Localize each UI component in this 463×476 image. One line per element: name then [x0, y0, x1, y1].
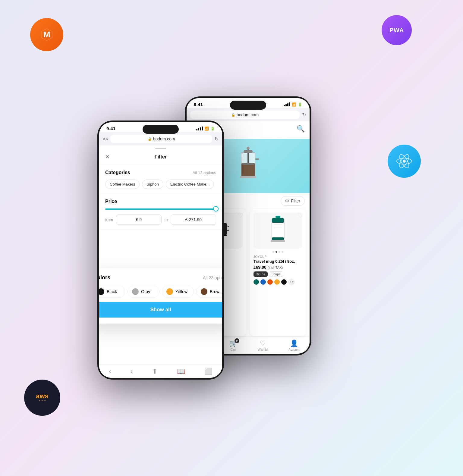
share-icon: ⬆ [152, 368, 157, 375]
front-browser-bar[interactable]: AA 🔒 bodum.com ↻ [99, 132, 222, 146]
account-nav-icon: 👤 [290, 340, 298, 347]
brown-circle [201, 288, 207, 295]
front-status-icons: 📶 🔋 [196, 127, 215, 131]
react-icon [395, 152, 413, 170]
svg-rect-6 [241, 163, 255, 177]
price-note: (incl. TAX) [268, 266, 283, 269]
product-name-right: Travel mug 0.25l / 8oz, [254, 259, 302, 264]
front-signal-icon [196, 127, 203, 130]
product-price: £69.00 (incl. TAX) [254, 265, 302, 270]
to-label: to [165, 218, 168, 222]
front-refresh-icon[interactable]: ↻ [215, 136, 219, 142]
front-time: 9:41 [106, 126, 115, 131]
browser-aa: AA [103, 137, 108, 141]
phone-front-screen: 9:41 📶 🔋 AA [99, 122, 222, 378]
svg-text:M: M [43, 30, 50, 39]
tabs-icon: ⬜ [204, 368, 213, 375]
filter-button[interactable]: ⚙ Filter [281, 196, 305, 206]
chip-siphon[interactable]: Siphon [142, 180, 163, 189]
product-image-right [254, 212, 302, 249]
nav-back[interactable]: ‹ [109, 368, 111, 375]
slider-thumb[interactable] [213, 206, 219, 211]
back-url-bar[interactable]: 🔒 bodum.com [190, 111, 300, 119]
lock-icon: 🔒 [231, 113, 235, 117]
react-badge [388, 145, 421, 178]
chip-coffee-makers[interactable]: Coffee Makers [105, 180, 140, 189]
svg-rect-27 [276, 216, 280, 218]
color-teal[interactable] [254, 279, 259, 285]
aws-badge: aws ⌒⌒⌒ [24, 380, 60, 416]
size-3cups[interactable]: 3cups [254, 271, 268, 277]
product-brand-right: JOYCUP [254, 255, 302, 258]
price-section: Price from £ 9 to [99, 194, 222, 230]
nav-cart[interactable]: 🛒 0 Cart [229, 340, 238, 351]
front-phone-content: 9:41 📶 🔋 AA [99, 122, 222, 378]
swatch-yellow[interactable]: Yellow [162, 286, 194, 298]
slider-fill [105, 208, 216, 210]
cart-badge: 0 [235, 338, 239, 343]
color-blue[interactable] [260, 279, 266, 285]
chip-electric[interactable]: Electric Coffee Make... [166, 180, 214, 189]
nav-wishlist[interactable]: ♡ Wishlist [258, 340, 268, 351]
filter-modal: ✕ Filter Categories All 12 options Coffe… [99, 146, 222, 364]
back-refresh-icon[interactable]: ↻ [302, 112, 306, 118]
nav-bookmarks[interactable]: 📖 [177, 368, 185, 375]
svg-rect-8 [242, 163, 254, 165]
travel-mug-image [266, 215, 290, 246]
nav-forward[interactable]: › [131, 368, 133, 375]
color-black[interactable] [281, 279, 287, 285]
color-swatches: Black Gray Yellow Brow... [99, 286, 222, 298]
gray-label: Gray [141, 289, 150, 294]
french-press-image [235, 146, 262, 186]
wishlist-icon-right[interactable]: ♡ [298, 212, 303, 219]
back-browser-bar[interactable]: 🔒 bodum.com ↻ [187, 108, 310, 121]
colors-all-options: All 23 options [203, 275, 222, 280]
filter-header: ✕ Filter [99, 149, 222, 165]
back-url-text: bodum.com [237, 112, 259, 117]
colors-card: Colors All 23 options Black Gray [99, 268, 222, 324]
forward-icon: › [131, 368, 133, 375]
svg-rect-22 [272, 218, 284, 223]
front-url-bar[interactable]: 🔒 bodum.com [110, 135, 212, 143]
categories-header: Categories All 12 options [105, 170, 216, 175]
color-yellow[interactable] [274, 279, 280, 285]
filter-icon: ⚙ [285, 199, 289, 203]
cart-nav-label: Cart [231, 348, 236, 351]
categories-label: Categories [105, 170, 130, 175]
phone-front: 9:41 📶 🔋 AA [97, 121, 224, 380]
cart-icon: 🛒 0 [229, 340, 238, 347]
search-icon[interactable]: 🔍 [297, 125, 305, 133]
svg-rect-11 [255, 158, 259, 160]
show-all-button[interactable]: Show all [99, 302, 222, 318]
price-value: £69.00 [254, 265, 266, 270]
front-bottom-nav: ‹ › ⬆ 📖 ⬜ [99, 364, 222, 378]
color-orange[interactable] [267, 279, 273, 285]
svg-rect-28 [273, 224, 282, 225]
front-lock-icon: 🔒 [148, 137, 152, 141]
swatch-black[interactable]: Black [99, 286, 125, 298]
wishlist-nav-icon: ♡ [260, 340, 266, 347]
size-8cups[interactable]: 8cups [269, 271, 283, 277]
nav-share[interactable]: ⬆ [152, 368, 157, 375]
nav-account[interactable]: 👤 Account [288, 340, 299, 351]
price-from-value: £ 9 [136, 217, 142, 222]
back-status-icons: 📶 🔋 [284, 102, 302, 107]
svg-rect-12 [240, 176, 256, 178]
close-button[interactable]: ✕ [105, 154, 110, 160]
wishlist-icon-left[interactable]: ♡ [238, 212, 243, 219]
front-wifi-icon: 📶 [204, 127, 209, 131]
swatch-gray[interactable]: Gray [128, 286, 159, 298]
price-slider[interactable] [105, 208, 216, 210]
magento-badge: M [30, 18, 63, 51]
swatch-brown[interactable]: Brow... [196, 286, 222, 298]
more-colors-badge[interactable]: + 4 [288, 279, 295, 285]
product-card-right[interactable]: ♡ [250, 209, 306, 336]
price-from-input[interactable]: £ 9 [116, 215, 162, 225]
phones-container: 9:41 📶 🔋 🔒 [88, 72, 375, 404]
nav-tabs[interactable]: ⬜ [204, 368, 213, 375]
svg-point-4 [403, 160, 406, 163]
price-to-input[interactable]: £ 271.90 [171, 215, 216, 225]
gray-circle [132, 288, 139, 295]
colors-header: Colors All 23 options [99, 274, 222, 281]
brown-label: Brow... [210, 289, 222, 294]
